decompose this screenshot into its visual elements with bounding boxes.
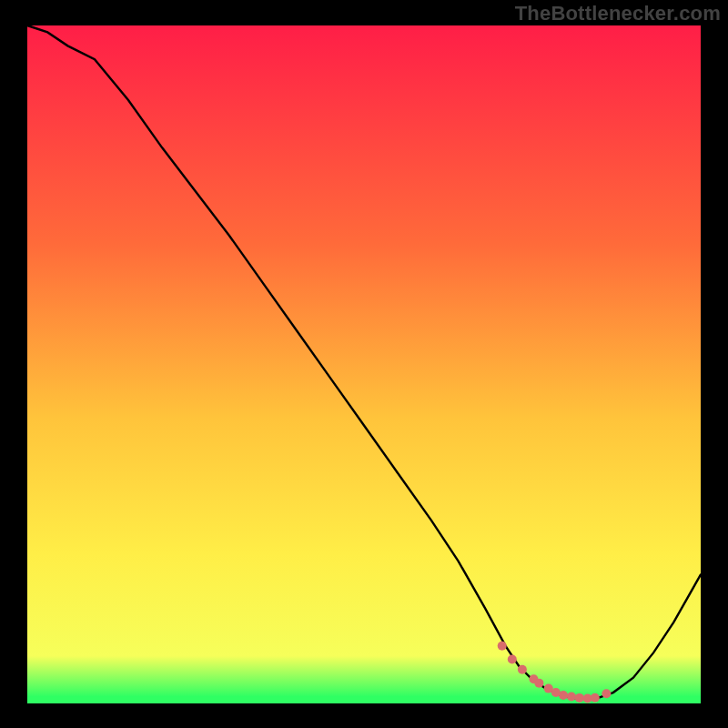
- chart-frame: { "watermark": { "text": "TheBottlenecke…: [0, 0, 728, 728]
- optimal-marker: [534, 679, 543, 688]
- optimal-marker: [575, 693, 584, 703]
- bottleneck-chart: [0, 0, 728, 728]
- watermark-text: TheBottlenecker.com: [515, 2, 721, 25]
- optimal-marker: [591, 693, 600, 703]
- optimal-marker: [567, 693, 576, 702]
- optimal-marker: [518, 665, 527, 674]
- plot-gradient-background: [27, 25, 701, 703]
- optimal-marker: [508, 655, 517, 664]
- optimal-marker: [559, 691, 568, 700]
- optimal-marker: [498, 642, 507, 651]
- optimal-marker: [602, 689, 611, 698]
